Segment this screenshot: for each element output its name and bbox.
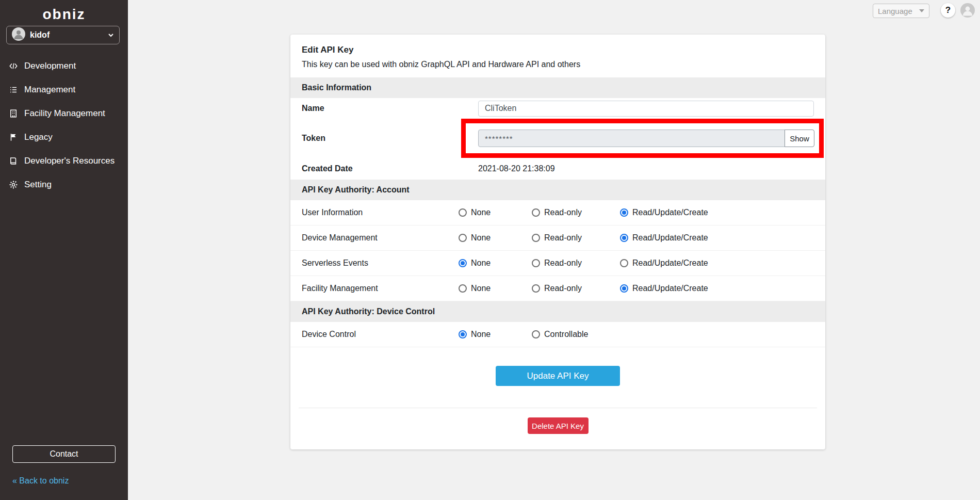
- authority-row-label: Device Management: [302, 233, 459, 243]
- chevron-down-icon: [108, 33, 114, 37]
- radio-label: None: [471, 284, 491, 293]
- radio-icon[interactable]: [532, 234, 540, 242]
- obniz-logo: obniz: [0, 0, 128, 23]
- radio-icon[interactable]: [532, 330, 540, 338]
- radio-label: None: [471, 208, 491, 217]
- radio-label: Read/Update/Create: [632, 259, 708, 268]
- sidebar-item-label: Legacy: [24, 132, 53, 142]
- gear-icon: [9, 180, 18, 189]
- radio-option[interactable]: Read/Update/Create: [620, 259, 814, 268]
- radio-option[interactable]: None: [459, 259, 532, 268]
- authority-row-device-management: Device Management None Read-only Read/Up…: [290, 225, 825, 251]
- radio-label: Read-only: [544, 259, 582, 268]
- token-row: Token Show: [290, 119, 825, 158]
- page-subtitle: This key can be used with obniz GraphQL …: [302, 60, 814, 69]
- show-token-button[interactable]: Show: [785, 130, 814, 147]
- radio-icon[interactable]: [620, 284, 628, 293]
- sidebar-item-label: Developer's Resources: [24, 156, 115, 166]
- authority-row-label: Serverless Events: [302, 259, 459, 268]
- radio-icon[interactable]: [532, 284, 540, 293]
- card-header: Edit API Key This key can be used with o…: [290, 35, 825, 77]
- account-avatar[interactable]: [960, 3, 975, 18]
- created-date-label: Created Date: [302, 164, 478, 173]
- radio-label: Read-only: [544, 233, 582, 243]
- radio-label: Controllable: [544, 330, 588, 339]
- flag-icon: [9, 133, 18, 142]
- caret-down-icon: [919, 9, 924, 12]
- radio-option[interactable]: Read-only: [532, 233, 620, 243]
- sidebar-item-development[interactable]: Development: [0, 54, 128, 78]
- authority-row-serverless-events: Serverless Events None Read-only Read/Up…: [290, 251, 825, 276]
- building-icon: [9, 109, 18, 118]
- name-row: Name: [290, 98, 825, 119]
- radio-label: Read-only: [544, 284, 582, 293]
- created-date-row: Created Date 2021-08-20 21:38:09: [290, 158, 825, 180]
- user-avatar: [12, 27, 25, 43]
- sidebar-item-label: Management: [24, 85, 75, 95]
- token-input: [478, 130, 785, 147]
- help-button[interactable]: ?: [941, 3, 955, 18]
- radio-icon[interactable]: [459, 234, 467, 242]
- sidebar-item-setting[interactable]: Setting: [0, 173, 128, 197]
- authority-row-label: Device Control: [302, 330, 459, 339]
- section-header-basic-information: Basic Information: [290, 77, 825, 98]
- code-icon: [9, 61, 18, 71]
- radio-label: None: [471, 259, 491, 268]
- contact-button[interactable]: Contact: [12, 445, 116, 463]
- radio-icon[interactable]: [532, 208, 540, 217]
- page-title: Edit API Key: [302, 45, 814, 55]
- edit-api-key-card: Edit API Key This key can be used with o…: [290, 35, 825, 449]
- radio-option[interactable]: Read/Update/Create: [620, 233, 814, 243]
- radio-icon[interactable]: [459, 284, 467, 293]
- radio-label: None: [471, 330, 491, 339]
- user-dropdown[interactable]: kidof: [6, 26, 120, 44]
- radio-option[interactable]: None: [459, 330, 532, 339]
- radio-icon[interactable]: [620, 234, 628, 242]
- radio-label: Read/Update/Create: [632, 284, 708, 293]
- token-highlight-annotation: Show: [461, 119, 824, 158]
- sidebar: obniz kidof Development Management Faci: [0, 0, 128, 500]
- radio-option[interactable]: Controllable: [532, 330, 620, 339]
- radio-option[interactable]: Read-only: [532, 284, 620, 293]
- sidebar-item-label: Setting: [24, 180, 52, 190]
- name-label: Name: [302, 104, 478, 113]
- radio-label: Read/Update/Create: [632, 233, 708, 243]
- divider: [299, 408, 817, 408]
- token-input-group: Show: [478, 130, 814, 147]
- sidebar-item-facility-management[interactable]: Facility Management: [0, 102, 128, 125]
- sidebar-item-management[interactable]: Management: [0, 78, 128, 102]
- radio-option[interactable]: Read-only: [532, 259, 620, 268]
- created-date-value: 2021-08-20 21:38:09: [478, 164, 555, 173]
- sidebar-nav: Development Management Facility Manageme…: [0, 54, 128, 197]
- radio-icon[interactable]: [459, 208, 467, 217]
- radio-icon[interactable]: [532, 259, 540, 267]
- sidebar-item-label: Facility Management: [24, 108, 105, 119]
- section-header-device-control-authority: API Key Authority: Device Control: [290, 301, 825, 322]
- name-input[interactable]: [478, 101, 814, 117]
- radio-icon[interactable]: [620, 208, 628, 217]
- radio-option[interactable]: Read/Update/Create: [620, 208, 814, 217]
- radio-option[interactable]: None: [459, 233, 532, 243]
- radio-icon[interactable]: [620, 259, 628, 267]
- radio-label: Read-only: [544, 208, 582, 217]
- language-dropdown[interactable]: Language: [873, 4, 929, 18]
- radio-option[interactable]: Read-only: [532, 208, 620, 217]
- delete-api-key-button[interactable]: Delete API Key: [528, 417, 589, 434]
- book-icon: [9, 156, 18, 166]
- section-header-account-authority: API Key Authority: Account: [290, 180, 825, 200]
- radio-option[interactable]: None: [459, 284, 532, 293]
- authority-row-user-information: User Information None Read-only Read/Upd…: [290, 200, 825, 225]
- sidebar-item-developers-resources[interactable]: Developer's Resources: [0, 149, 128, 173]
- radio-option[interactable]: None: [459, 208, 532, 217]
- radio-icon[interactable]: [459, 330, 467, 338]
- user-name: kidof: [30, 30, 50, 40]
- back-to-obniz-link[interactable]: « Back to obniz: [12, 476, 69, 486]
- radio-icon[interactable]: [459, 259, 467, 267]
- authority-row-facility-management: Facility Management None Read-only Read/…: [290, 276, 825, 301]
- sidebar-item-label: Development: [24, 61, 76, 71]
- radio-option[interactable]: Read/Update/Create: [620, 284, 814, 293]
- sidebar-item-legacy[interactable]: Legacy: [0, 125, 128, 149]
- update-api-key-button[interactable]: Update API Key: [496, 366, 620, 386]
- authority-row-label: User Information: [302, 208, 459, 217]
- language-dropdown-label: Language: [878, 7, 912, 15]
